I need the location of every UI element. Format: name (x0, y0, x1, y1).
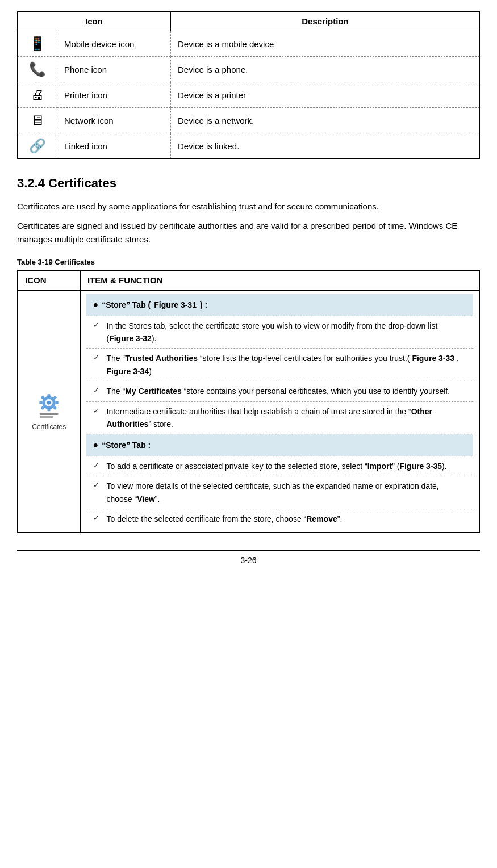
icon-label: Mobile device icon (57, 31, 171, 57)
check-mark-icon: ✓ (93, 460, 102, 472)
function-row: ✓The “Trusted Authorities “store lists t… (86, 349, 474, 381)
svg-rect-6 (56, 401, 59, 404)
check-mark-icon: ✓ (93, 352, 102, 364)
check-mark-icon: ✓ (93, 513, 102, 525)
function-row: ● “Store” Tab : (86, 434, 474, 456)
check-text: In the Stores tab, select the certificat… (107, 320, 467, 345)
function-row: ● “Store” Tab ( Figure 3-31) : (86, 294, 474, 316)
icon-label: Printer icon (57, 82, 171, 108)
check-text: Intermediate certificate authorities tha… (107, 405, 467, 431)
function-row: ✓In the Stores tab, select the certifica… (86, 316, 474, 349)
check-mark-icon: ✓ (93, 480, 102, 492)
function-row: ✓Intermediate certificate authorities th… (86, 402, 474, 435)
icon-col-header: Icon (18, 12, 171, 31)
function-row: ✓The “My Certificates “store contains yo… (86, 381, 474, 401)
function-row: ✓To delete the selected certificate from… (86, 509, 474, 529)
function-row: ✓To view more details of the selected ce… (86, 476, 474, 509)
check-mark-icon: ✓ (93, 320, 102, 332)
certificates-icon (35, 392, 63, 421)
table-row: 🖥Network iconDevice is a network. (18, 108, 480, 133)
svg-point-2 (47, 401, 51, 405)
printer-icon: 🖨 (18, 82, 57, 108)
check-mark-icon: ✓ (93, 405, 102, 417)
section-para-2: Certificates are signed and issued by ce… (17, 219, 480, 246)
linked-icon: 🔗 (18, 133, 57, 159)
mobile-device-icon: 📱 (18, 31, 57, 57)
description-col-header: Description (171, 12, 480, 31)
icon-table: Icon Description 📱Mobile device iconDevi… (17, 11, 480, 159)
cert-icon-header: ICON (18, 270, 80, 290)
cert-function-cell: ● “Store” Tab ( Figure 3-31) :✓In the St… (80, 290, 479, 532)
check-text: To view more details of the selected cer… (107, 480, 467, 505)
check-mark-icon: ✓ (93, 385, 102, 397)
icon-description: Device is a mobile device (171, 31, 480, 57)
icon-label: Phone icon (57, 57, 171, 82)
table-row: 🖨Printer iconDevice is a printer (18, 82, 480, 108)
icon-label: Network icon (57, 108, 171, 133)
cert-icon-cell: Certificates (18, 290, 80, 532)
table-row: 🔗Linked iconDevice is linked. (18, 133, 480, 159)
icon-description: Device is a network. (171, 108, 480, 133)
cert-function-header: ITEM & FUNCTION (80, 270, 479, 290)
svg-rect-12 (40, 416, 54, 417)
table-caption: Table 3-19 Certificates (17, 258, 480, 266)
check-text: To delete the selected certificate from … (107, 513, 343, 525)
section-para-1: Certificates are used by some applicatio… (17, 200, 480, 213)
svg-rect-4 (48, 408, 51, 411)
table-row: 📱Mobile device iconDevice is a mobile de… (18, 31, 480, 57)
svg-rect-3 (48, 394, 51, 397)
cert-table: ICON ITEM & FUNCTION (17, 270, 480, 533)
svg-rect-5 (40, 401, 43, 404)
check-text: The “Trusted Authorities “store lists th… (107, 352, 467, 378)
table-row: 📞Phone iconDevice is a phone. (18, 57, 480, 82)
icon-description: Device is a phone. (171, 57, 480, 82)
network-icon: 🖥 (18, 108, 57, 133)
cert-table-row: Certificates ● “Store” Tab ( Figure 3-31… (18, 290, 479, 532)
icon-description: Device is a printer (171, 82, 480, 108)
section-heading: 3.2.4 Certificates (17, 176, 480, 191)
function-row: ✓To add a certificate or associated priv… (86, 456, 474, 476)
check-text: The “My Certificates “store contains you… (107, 385, 450, 397)
icon-description: Device is linked. (171, 133, 480, 159)
svg-rect-11 (40, 413, 59, 414)
phone-icon: 📞 (18, 57, 57, 82)
icon-label: Linked icon (57, 133, 171, 159)
cert-icon-label: Certificates (32, 423, 66, 431)
page-footer: 3-26 (17, 550, 480, 565)
check-text: To add a certificate or associated priva… (107, 460, 447, 472)
